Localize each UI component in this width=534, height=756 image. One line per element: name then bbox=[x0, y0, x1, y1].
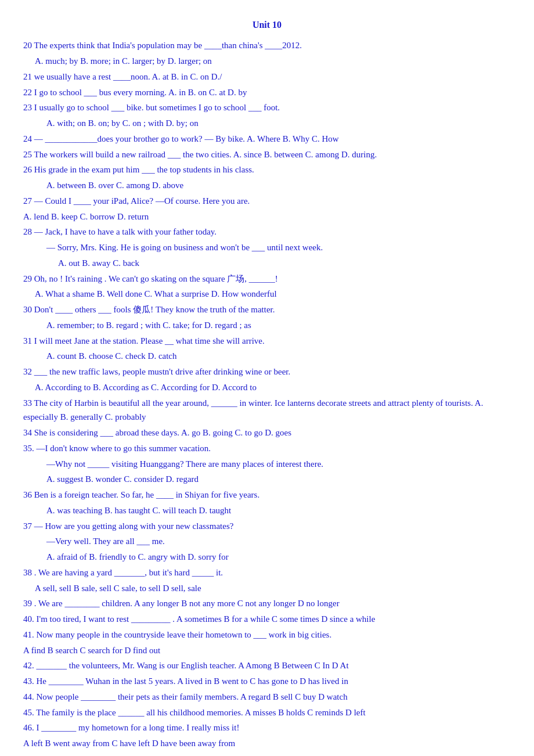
question-line-q41: 41. Now many people in the countryside l… bbox=[23, 628, 511, 642]
question-line-q46a: A left B went away from C have left D ha… bbox=[23, 736, 511, 751]
question-line-q31a: A. count B. choose C. check D. catch bbox=[23, 349, 511, 363]
question-line-q44: 44. Now people ________ their pets as th… bbox=[23, 690, 511, 704]
question-line-q38: 38 . We are having a yard _______, but i… bbox=[23, 566, 511, 580]
question-line-q39: 39 . We are ________ children. A any lon… bbox=[23, 596, 511, 611]
question-line-q46: 46. I ________ my hometown for a long ti… bbox=[23, 721, 511, 735]
question-line-q36a: A. was teaching B. has taught C. will te… bbox=[23, 503, 511, 518]
question-line-q32a: A. According to B. According as C. Accor… bbox=[23, 380, 511, 395]
question-line-q29a: A. What a shame B. Well done C. What a s… bbox=[23, 287, 511, 301]
question-line-q29: 29 Oh, no ! It's raining . We can't go s… bbox=[23, 272, 511, 286]
question-line-q23: 23 I usually go to school ___ bike. but … bbox=[23, 100, 511, 115]
question-line-q23a: A. with; on B. on; by C. on ; with D. by… bbox=[23, 116, 511, 131]
question-line-q31: 31 I will meet Jane at the station. Plea… bbox=[23, 334, 511, 348]
question-line-q26a: A. between B. over C. among D. above bbox=[23, 178, 511, 193]
question-line-q36: 36 Ben is a foreign teacher. So far, he … bbox=[23, 488, 511, 502]
question-line-q37a: A. afraid of B. friendly to C. angry wit… bbox=[23, 550, 511, 564]
question-line-q28a: A. out B. away C. back bbox=[23, 256, 511, 271]
question-line-q24: 24 — ____________does your brother go to… bbox=[23, 132, 511, 146]
question-line-q33: 33 The city of Harbin is beautiful all t… bbox=[23, 396, 511, 425]
question-line-q35b: —Why not _____ visiting Huanggang? There… bbox=[23, 457, 511, 471]
question-line-q35a: A. suggest B. wonder C. consider D. rega… bbox=[23, 472, 511, 487]
question-line-q27a: A. lend B. keep C. borrow D. return bbox=[23, 210, 511, 224]
question-line-q41a: A find B search C search for D find out bbox=[23, 643, 511, 658]
question-line-q21: 21 we usually have a rest ____noon. A. a… bbox=[23, 70, 511, 84]
question-line-q20a: A. much; by B. more; in C. larger; by D.… bbox=[23, 54, 511, 69]
question-line-q37b: —Very well. They are all ___ me. bbox=[23, 534, 511, 549]
question-line-q37: 37 — How are you getting along with your… bbox=[23, 519, 511, 534]
question-line-q28: 28 — Jack, I have to have a talk with yo… bbox=[23, 225, 511, 239]
question-line-q26: 26 His grade in the exam put him ___ the… bbox=[23, 163, 511, 177]
page-title: Unit 10 bbox=[23, 17, 511, 33]
question-line-q42: 42. _______ the volunteers, Mr. Wang is … bbox=[23, 658, 511, 673]
question-line-q30: 30 Don't ____ others ___ fools 傻瓜! They … bbox=[23, 303, 511, 317]
question-line-q45: 45. The family is the place ______ all h… bbox=[23, 705, 511, 720]
question-line-q20: 20 The experts think that India's popula… bbox=[23, 38, 511, 53]
question-line-q40: 40. I'm too tired, I want to rest ______… bbox=[23, 612, 511, 627]
question-line-q28b: — Sorry, Mrs. King. He is going on busin… bbox=[23, 240, 511, 255]
question-line-q30a: A. remember; to B. regard ; with C. take… bbox=[23, 318, 511, 333]
question-line-q22: 22 I go to school ___ bus every morning.… bbox=[23, 85, 511, 100]
question-line-q25: 25 The workers will build a new railroad… bbox=[23, 147, 511, 162]
question-line-q43: 43. He ________ Wuhan in the last 5 year… bbox=[23, 674, 511, 689]
question-line-q32: 32 ___ the new traffic laws, people must… bbox=[23, 365, 511, 379]
question-line-q38a: A sell, sell B sale, sell C sale, to sel… bbox=[23, 581, 511, 596]
question-line-q34: 34 She is considering ___ abroad these d… bbox=[23, 426, 511, 440]
question-line-q27: 27 — Could I ____ your iPad, Alice? —Of … bbox=[23, 194, 511, 208]
question-line-q35: 35. —I don't know where to go this summe… bbox=[23, 441, 511, 456]
